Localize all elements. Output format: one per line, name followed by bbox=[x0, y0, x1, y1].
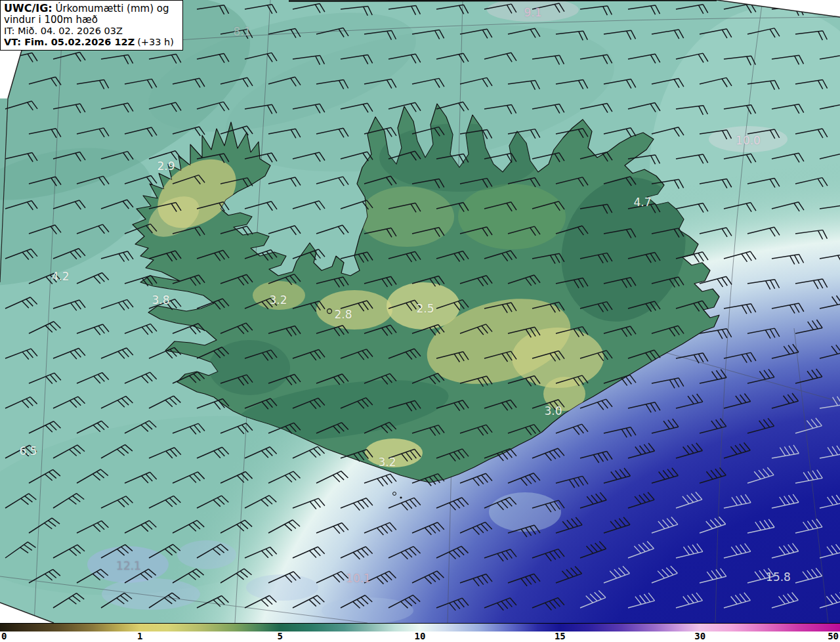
title-box: UWC/IG: Úrkomumætti (mm) og vindur i 100… bbox=[0, 0, 183, 51]
weather-map-screenshot: 8.48.19.110.04.72.94.23.83.22.82.56.53.2… bbox=[0, 0, 840, 642]
valid-time-line: VT: Fim. 05.02.2026 12Z(+33 h) bbox=[4, 37, 178, 48]
colorbar-wrap: 01510153050 bbox=[0, 623, 840, 642]
colorbar-tick: 50 bbox=[828, 631, 839, 641]
offshore-island bbox=[400, 496, 402, 498]
product-label: UWC/IG: bbox=[4, 2, 52, 14]
colorbar-tick-labels: 01510153050 bbox=[0, 631, 840, 642]
init-time-line: IT: Mið. 04. 02. 2026 03Z bbox=[4, 26, 178, 37]
colorbar-tick: 5 bbox=[277, 631, 282, 641]
precipitation-wind-map bbox=[0, 0, 840, 623]
colorbar-tick: 15 bbox=[555, 631, 566, 641]
forecast-offset: (+33 h) bbox=[137, 37, 174, 47]
colorbar-tick: 1 bbox=[137, 631, 142, 641]
colorbar-tick: 30 bbox=[694, 631, 705, 641]
product-title-line: UWC/IG: Úrkomumætti (mm) og vindur i 100… bbox=[4, 3, 178, 26]
map-area: 8.48.19.110.04.72.94.23.83.22.82.56.53.2… bbox=[0, 0, 840, 623]
valid-time: VT: Fim. 05.02.2026 12Z bbox=[4, 37, 135, 47]
colorbar-tick: 10 bbox=[415, 631, 426, 641]
colorbar-tick: 0 bbox=[1, 631, 7, 641]
